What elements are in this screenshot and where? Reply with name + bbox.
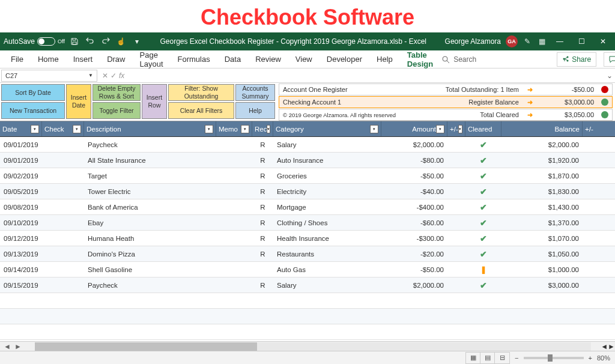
col-category[interactable]: Category▾ (273, 121, 381, 136)
table-row[interactable]: 09/01/2019PaycheckRSalary$2,000.00✔$2,00… (0, 137, 615, 153)
empty-row[interactable] (0, 293, 615, 309)
col-memo[interactable]: Memo▾ (216, 121, 252, 136)
zoom-out-icon[interactable]: − (515, 354, 518, 362)
filter-outstanding-button[interactable]: Filter: Show Outstanding (168, 84, 234, 101)
cell-amount[interactable]: -$50.00 (381, 172, 447, 180)
cell-pm2[interactable] (583, 141, 601, 148)
col-rec[interactable]: Rec▾ (252, 121, 273, 136)
cell-balance[interactable]: $1,000.00 (501, 266, 583, 273)
scroll-right-icon[interactable]: ► (608, 342, 615, 351)
minimize-button[interactable]: — (551, 33, 568, 50)
cell-date[interactable]: 09/02/2019 (0, 172, 42, 180)
table-row[interactable]: 09/14/2019Shell GasolineAuto Gas-$50.00❚… (0, 262, 615, 278)
sheet-prev-icon[interactable]: ◄ (2, 342, 12, 351)
cell-pm1[interactable] (447, 219, 465, 226)
autosave-toggle[interactable] (37, 37, 55, 46)
coming-soon-icon[interactable]: ✎ (523, 37, 532, 46)
close-button[interactable]: ✕ (595, 33, 611, 50)
empty-row[interactable] (0, 309, 615, 324)
search-box[interactable]: Search (441, 55, 550, 64)
cell-description[interactable]: Domino's Pizza (84, 250, 216, 258)
page-break-view-icon[interactable]: ⊟ (495, 353, 509, 363)
cell-date[interactable]: 09/01/2019 (0, 157, 42, 164)
zoom-slider[interactable] (524, 357, 584, 359)
filter-icon[interactable]: ▾ (73, 125, 81, 133)
help-button[interactable]: Help (235, 102, 275, 119)
maximize-button[interactable]: ☐ (573, 33, 590, 50)
cell-pm1[interactable] (447, 235, 465, 242)
user-avatar[interactable]: GA (506, 35, 518, 47)
tab-formulas[interactable]: Formulas (172, 50, 216, 68)
tab-help[interactable]: Help (371, 50, 399, 68)
cell-pm1[interactable] (447, 204, 465, 211)
cell-rec[interactable]: R (252, 172, 273, 180)
share-button[interactable]: Share (557, 52, 596, 67)
cell-date[interactable]: 09/10/2019 (0, 219, 42, 226)
cell-cleared[interactable]: ✔ (465, 140, 501, 150)
cell-amount[interactable]: -$80.00 (381, 157, 447, 164)
cell-pm1[interactable] (447, 250, 465, 258)
empty-row[interactable] (0, 324, 615, 340)
table-row[interactable]: 09/01/2019All State InsuranceRAuto Insur… (0, 153, 615, 168)
page-layout-view-icon[interactable]: ▤ (480, 353, 495, 363)
cell-description[interactable]: Ebay (84, 219, 216, 226)
cell-pm1[interactable] (447, 141, 465, 148)
name-box[interactable]: C27 ▼ (1, 70, 97, 82)
sheet-next-icon[interactable]: ► (13, 342, 23, 351)
scroll-thumb[interactable] (35, 342, 258, 351)
cell-rec[interactable]: R (252, 157, 273, 164)
table-row[interactable]: 09/02/2019TargetRGroceries-$50.00✔$1,870… (0, 168, 615, 184)
touch-mode-icon[interactable]: ☝ (117, 37, 126, 46)
cell-rec[interactable]: R (252, 250, 273, 258)
cell-rec[interactable]: R (252, 235, 273, 242)
cell-cleared[interactable]: ✔ (465, 171, 501, 181)
zoom-level[interactable]: 80% (597, 354, 610, 362)
table-row[interactable]: 09/12/2019Humana HeathRHealth Insurance-… (0, 231, 615, 246)
cell-amount[interactable]: -$40.00 (381, 188, 447, 195)
cell-pm2[interactable] (583, 235, 601, 242)
cell-rec[interactable]: R (252, 219, 273, 226)
clear-all-filters-button[interactable]: Clear All Filters (168, 102, 234, 119)
cell-category[interactable]: Salary (273, 282, 381, 289)
col-check[interactable]: Check▾ (42, 121, 84, 136)
col-cleared[interactable]: Cleared (465, 121, 501, 136)
cell-pm2[interactable] (583, 172, 601, 180)
cell-category[interactable]: Auto Gas (273, 266, 381, 273)
cell-pm2[interactable] (583, 204, 601, 211)
table-row[interactable]: 09/13/2019Domino's PizzaRRestaurants-$20… (0, 246, 615, 262)
cell-category[interactable]: Health Insurance (273, 235, 381, 242)
cell-balance[interactable]: $1,830.00 (501, 188, 583, 195)
table-row[interactable]: 09/05/2019Tower ElectricRElectricity-$40… (0, 184, 615, 199)
cell-rec[interactable]: R (252, 282, 273, 289)
cell-rec[interactable]: R (252, 141, 273, 148)
undo-icon[interactable] (85, 37, 95, 46)
horizontal-scrollbar[interactable]: ◄ ► ◄ ► (0, 341, 615, 351)
cell-amount[interactable]: -$50.00 (381, 266, 447, 273)
enter-formula-icon[interactable]: ✓ (111, 71, 117, 80)
fx-icon[interactable]: fx (119, 71, 124, 80)
cell-category[interactable]: Restaurants (273, 250, 381, 258)
tab-file[interactable]: File (5, 50, 29, 68)
cell-cleared[interactable]: ❚ (465, 265, 501, 274)
col-balance[interactable]: Balance (501, 121, 583, 136)
cell-category[interactable]: Auto Insurance (273, 157, 381, 164)
toggle-filter-button[interactable]: Toggle Filter (92, 102, 141, 119)
cell-pm1[interactable] (447, 172, 465, 180)
tab-insert[interactable]: Insert (67, 50, 99, 68)
scroll-track[interactable] (35, 342, 591, 351)
table-row[interactable]: 09/10/2019EbayRClothing / Shoes-$60.00✔$… (0, 215, 615, 231)
cancel-formula-icon[interactable]: ✕ (102, 71, 108, 80)
qat-dropdown-icon[interactable]: ▾ (132, 37, 142, 46)
save-icon[interactable] (70, 37, 79, 46)
cell-pm2[interactable] (583, 157, 601, 164)
cell-pm1[interactable] (447, 266, 465, 273)
zoom-in-icon[interactable]: + (589, 354, 592, 362)
cell-balance[interactable]: $1,070.00 (501, 235, 583, 242)
cell-date[interactable]: 09/13/2019 (0, 250, 42, 258)
filter-icon[interactable]: ▾ (205, 125, 213, 133)
cell-balance[interactable]: $1,370.00 (501, 219, 583, 226)
cell-balance[interactable]: $2,000.00 (501, 141, 583, 148)
cell-rec[interactable]: R (252, 204, 273, 211)
cell-category[interactable]: Electricity (273, 188, 381, 195)
tab-developer[interactable]: Developer (321, 50, 368, 68)
